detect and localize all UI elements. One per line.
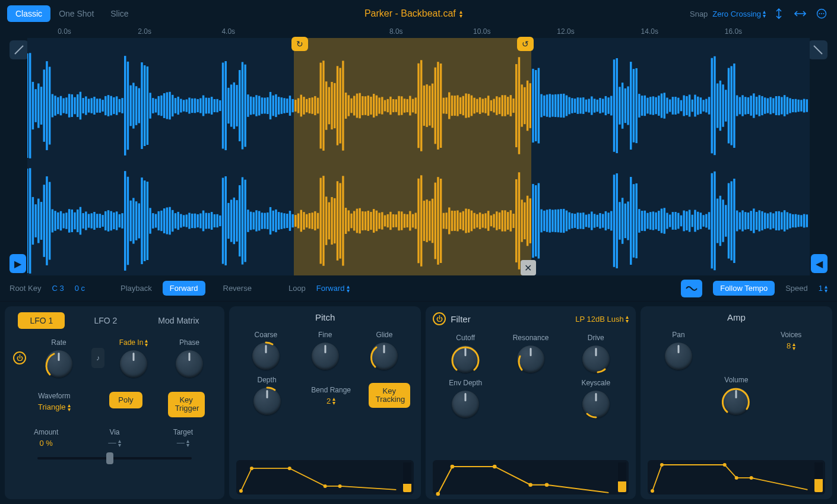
svg-point-2	[821, 13, 822, 14]
filter-panel: ⏻FilterLP 12dB Lush▴▾ Cutoff Resonance D…	[426, 306, 635, 499]
loop-start-handle[interactable]: ↻	[291, 37, 308, 51]
svg-point-577	[734, 476, 738, 480]
svg-point-565	[250, 467, 253, 470]
pan-knob[interactable]	[665, 343, 692, 370]
tab-slice[interactable]: Slice	[102, 5, 137, 22]
via-label: Via	[109, 428, 119, 436]
fine-knob[interactable]	[312, 343, 339, 370]
scroll-right-button[interactable]: ◀	[811, 254, 828, 273]
drive-label: Drive	[588, 334, 604, 342]
filter-type[interactable]: LP 12dB Lush▴▾	[575, 315, 628, 324]
header-bar: Classic One Shot Slice Parker - Backbeat…	[0, 0, 837, 27]
svg-point-3	[823, 13, 825, 14]
poly-button[interactable]: Poly	[109, 392, 142, 408]
amount-value[interactable]: 0 %	[39, 439, 52, 448]
rate-knob[interactable]	[45, 350, 72, 378]
rootkey-cents[interactable]: 0 c	[75, 284, 85, 293]
snap-value[interactable]: Zero Crossing▴▾	[712, 9, 766, 18]
target-value[interactable]: ––▴▾	[177, 439, 189, 447]
fade-out-handle[interactable]	[809, 40, 828, 59]
loop-end-handle[interactable]: ↺	[517, 37, 534, 51]
rootkey-note[interactable]: C 3	[52, 284, 64, 293]
phase-label: Phase	[179, 338, 199, 347]
voices-value[interactable]: 8▴▾	[787, 341, 795, 350]
env-meter	[618, 462, 626, 492]
svg-point-571	[493, 465, 497, 469]
waveform-canvas[interactable]: ↻ ↺ ✕	[27, 38, 810, 275]
volume-knob[interactable]	[722, 388, 750, 415]
speed-value[interactable]: 1▴▾	[819, 284, 828, 293]
vertical-zoom-icon[interactable]	[771, 5, 787, 22]
amount-slider[interactable]	[37, 457, 192, 459]
playback-bar: Root Key C 3 0 c Playback Forward Revers…	[0, 275, 837, 302]
more-icon[interactable]	[813, 5, 830, 22]
tab-lfo1[interactable]: LFO 1	[18, 312, 65, 329]
svg-point-574	[651, 489, 654, 493]
flex-button[interactable]	[681, 280, 702, 297]
keytrigger-button[interactable]: Key Trigger	[168, 392, 205, 417]
svg-point-567	[324, 484, 327, 488]
tab-lfo2[interactable]: LFO 2	[82, 312, 129, 329]
sample-title[interactable]: Parker - Backbeat.caf ▴▾	[141, 8, 686, 19]
playback-forward-button[interactable]: Forward	[163, 281, 205, 296]
updown-icon: ▴▾	[459, 10, 462, 17]
lfo-power-button[interactable]: ⏻	[13, 351, 26, 364]
svg-point-566	[288, 467, 291, 470]
filter-envelope[interactable]	[433, 460, 628, 495]
via-value[interactable]: ––▴▾	[108, 439, 121, 447]
bendrange-label: Bend Range	[311, 386, 351, 394]
ruler-mark: 10.0s	[473, 27, 490, 36]
svg-point-568	[338, 484, 342, 488]
snap-label: Snap	[690, 9, 708, 18]
coarse-label: Coarse	[255, 331, 278, 339]
depth-knob[interactable]	[253, 388, 281, 415]
filter-power-button[interactable]: ⏻	[433, 312, 446, 325]
follow-tempo-button[interactable]: Follow Tempo	[713, 281, 775, 296]
ruler-mark: 12.0s	[557, 27, 574, 36]
fade-knob[interactable]	[120, 350, 147, 378]
fade-in-handle[interactable]	[9, 40, 28, 59]
svg-point-578	[749, 476, 753, 480]
fade-label[interactable]: Fade In▴▾	[119, 338, 148, 347]
coarse-knob[interactable]	[252, 343, 280, 370]
pitch-envelope[interactable]	[236, 460, 414, 495]
sync-note-button[interactable]: ♪	[91, 348, 104, 368]
time-ruler: 0.0s 2.0s 4.0s 8.0s 10.0s 12.0s 14.0s 16…	[54, 27, 783, 38]
amp-envelope[interactable]	[648, 460, 825, 495]
tab-oneshot[interactable]: One Shot	[50, 5, 102, 22]
depth-label: Depth	[258, 376, 277, 384]
tab-classic[interactable]: Classic	[7, 5, 50, 22]
tab-modmatrix[interactable]: Mod Matrix	[146, 312, 211, 329]
envdepth-label: Env Depth	[449, 379, 482, 387]
loop-mode[interactable]: Forward▴▾	[316, 284, 350, 293]
waveform-value[interactable]: Triangle▴▾	[38, 402, 70, 411]
bendrange-value[interactable]: 2▴▾	[326, 397, 335, 405]
amount-label: Amount	[34, 428, 58, 436]
playback-reverse-button[interactable]: Reverse	[216, 281, 259, 296]
fine-label: Fine	[318, 331, 332, 339]
ruler-mark: 0.0s	[58, 27, 71, 36]
clear-loop-button[interactable]: ✕	[521, 260, 536, 275]
phase-knob[interactable]	[176, 350, 203, 378]
drive-knob[interactable]	[582, 345, 610, 373]
amp-panel: Amp Pan Voices8▴▾ Volume	[641, 306, 832, 499]
loop-label: Loop	[288, 284, 306, 293]
ruler-mark: 4.0s	[221, 27, 235, 36]
voices-label: Voices	[781, 331, 801, 339]
svg-point-576	[722, 463, 726, 467]
keyscale-knob[interactable]	[582, 391, 610, 418]
waveform-display[interactable]: ▶ ◀ C3 0.0s 2.0s 4.0s 8.0s 10.0s 12.0s 1…	[5, 27, 832, 275]
svg-point-573	[545, 483, 549, 487]
slider-thumb[interactable]	[106, 452, 113, 464]
resonance-knob[interactable]	[517, 345, 544, 373]
horizontal-zoom-icon[interactable]	[792, 5, 809, 22]
snap-area: Snap Zero Crossing▴▾	[690, 5, 830, 22]
envdepth-knob[interactable]	[452, 391, 479, 418]
scroll-left-button[interactable]: ▶	[9, 254, 26, 273]
cutoff-knob[interactable]	[452, 345, 479, 373]
waveform-label: Waveform	[38, 392, 70, 400]
glide-knob[interactable]	[370, 343, 398, 370]
glide-label: Glide	[376, 331, 392, 339]
lfo-tabs: LFO 1 LFO 2 Mod Matrix	[12, 312, 217, 329]
keytracking-button[interactable]: Key Tracking	[369, 383, 410, 408]
